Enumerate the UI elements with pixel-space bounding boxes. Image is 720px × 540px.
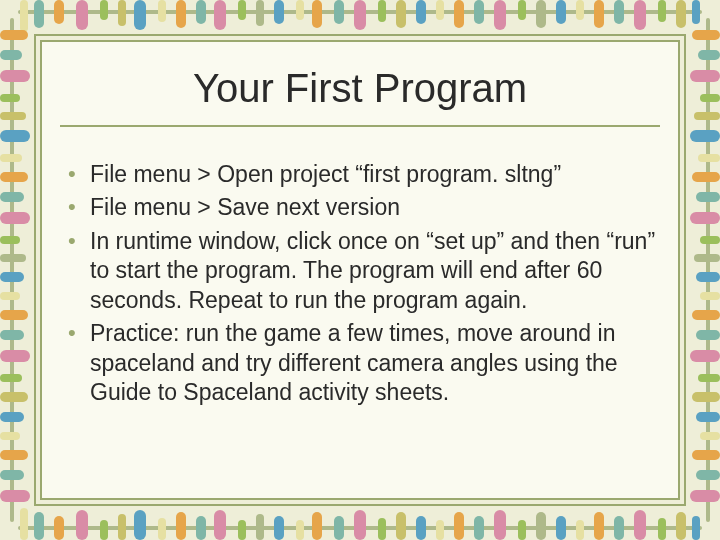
body-container: File menu > Open project “first program.… (62, 160, 664, 486)
bullet-item: In runtime window, click once on “set up… (62, 227, 664, 315)
slide-title: Your First Program (60, 66, 660, 111)
bullet-item: File menu > Open project “first program.… (62, 160, 664, 189)
bullet-list: File menu > Open project “first program.… (62, 160, 664, 408)
bullet-item: File menu > Save next version (62, 193, 664, 222)
title-container: Your First Program (60, 54, 660, 127)
slide: Your First Program File menu > Open proj… (0, 0, 720, 540)
bullet-item: Practice: run the game a few times, move… (62, 319, 664, 407)
